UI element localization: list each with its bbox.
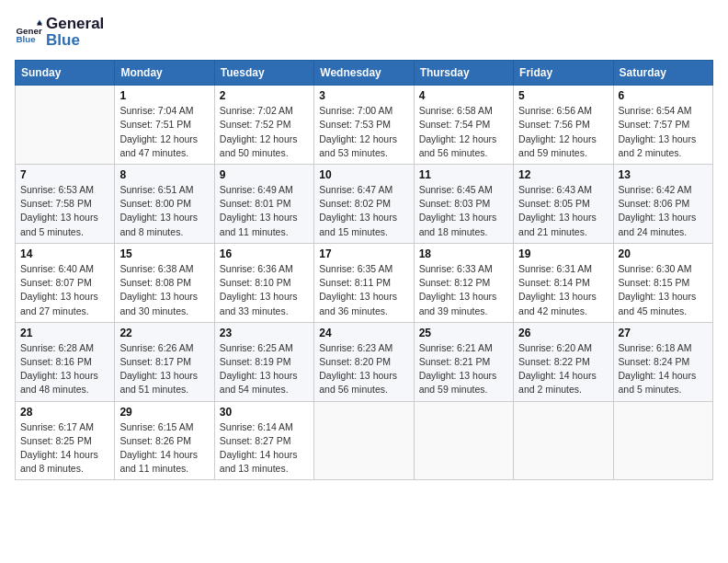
calendar-cell: 7Sunrise: 6:53 AMSunset: 7:58 PMDaylight… [16,164,115,243]
calendar-cell: 4Sunrise: 6:58 AMSunset: 7:54 PMDaylight… [414,86,513,165]
calendar-cell: 23Sunrise: 6:25 AMSunset: 8:19 PMDayligh… [214,322,313,401]
day-info: Sunrise: 6:47 AMSunset: 8:02 PMDaylight:… [319,183,408,239]
svg-text:Blue: Blue [17,34,37,44]
logo-blue: Blue [46,31,104,50]
day-info: Sunrise: 7:02 AMSunset: 7:52 PMDaylight:… [220,104,309,160]
calendar-cell: 5Sunrise: 6:56 AMSunset: 7:56 PMDaylight… [514,86,613,165]
calendar-cell: 10Sunrise: 6:47 AMSunset: 8:02 PMDayligh… [314,164,414,243]
day-info: Sunrise: 6:45 AMSunset: 8:03 PMDaylight:… [419,183,508,239]
calendar-cell: 3Sunrise: 7:00 AMSunset: 7:53 PMDaylight… [314,86,414,165]
calendar-cell [16,86,115,165]
day-number: 6 [619,89,708,102]
day-number: 4 [419,89,508,102]
calendar-cell [514,401,613,480]
weekday-header: Friday [514,61,613,86]
day-number: 7 [20,168,109,181]
day-number: 29 [119,406,209,419]
logo-icon: General Blue [15,18,42,46]
day-number: 10 [319,168,408,181]
calendar-cell: 17Sunrise: 6:35 AMSunset: 8:11 PMDayligh… [314,243,414,322]
day-number: 15 [119,247,209,260]
calendar-cell: 8Sunrise: 6:51 AMSunset: 8:00 PMDaylight… [115,164,214,243]
day-info: Sunrise: 6:17 AMSunset: 8:25 PMDaylight:… [20,420,109,477]
day-info: Sunrise: 6:23 AMSunset: 8:20 PMDaylight:… [319,341,408,397]
day-info: Sunrise: 6:18 AMSunset: 8:24 PMDaylight:… [619,341,708,397]
weekday-header: Tuesday [214,61,313,86]
day-number: 16 [220,247,309,260]
calendar-cell: 18Sunrise: 6:33 AMSunset: 8:12 PMDayligh… [414,243,513,322]
day-info: Sunrise: 6:53 AMSunset: 7:58 PMDaylight:… [20,183,109,239]
day-number: 21 [20,327,109,339]
day-number: 3 [319,89,408,102]
weekday-header: Thursday [414,61,513,86]
calendar-cell: 27Sunrise: 6:18 AMSunset: 8:24 PMDayligh… [613,322,712,401]
calendar-cell: 2Sunrise: 7:02 AMSunset: 7:52 PMDaylight… [214,86,313,165]
day-info: Sunrise: 6:42 AMSunset: 8:06 PMDaylight:… [619,183,708,239]
day-info: Sunrise: 6:30 AMSunset: 8:15 PMDaylight:… [619,262,708,318]
calendar-week-row: 28Sunrise: 6:17 AMSunset: 8:25 PMDayligh… [16,401,713,480]
day-number: 25 [419,327,508,339]
day-info: Sunrise: 6:26 AMSunset: 8:17 PMDaylight:… [119,341,209,397]
day-info: Sunrise: 6:21 AMSunset: 8:21 PMDaylight:… [419,341,508,397]
day-info: Sunrise: 6:58 AMSunset: 7:54 PMDaylight:… [419,104,508,160]
calendar-week-row: 1Sunrise: 7:04 AMSunset: 7:51 PMDaylight… [16,86,713,165]
calendar-week-row: 7Sunrise: 6:53 AMSunset: 7:58 PMDaylight… [16,164,713,243]
day-number: 1 [119,89,209,102]
day-number: 23 [220,327,309,339]
day-number: 19 [518,247,608,260]
calendar-cell [314,401,414,480]
calendar-cell [414,401,513,480]
day-number: 9 [220,168,309,181]
calendar-cell: 22Sunrise: 6:26 AMSunset: 8:17 PMDayligh… [115,322,214,401]
calendar-cell: 15Sunrise: 6:38 AMSunset: 8:08 PMDayligh… [115,243,214,322]
day-number: 28 [20,406,109,419]
day-number: 24 [319,327,408,339]
day-number: 17 [319,247,408,260]
calendar-week-row: 14Sunrise: 6:40 AMSunset: 8:07 PMDayligh… [16,243,713,322]
day-info: Sunrise: 6:56 AMSunset: 7:56 PMDaylight:… [518,104,608,160]
day-number: 13 [619,168,708,181]
day-info: Sunrise: 6:28 AMSunset: 8:16 PMDaylight:… [20,341,109,397]
day-number: 20 [619,247,708,260]
calendar-cell: 1Sunrise: 7:04 AMSunset: 7:51 PMDaylight… [115,86,214,165]
day-number: 27 [619,327,708,339]
day-number: 2 [220,89,309,102]
day-info: Sunrise: 6:31 AMSunset: 8:14 PMDaylight:… [518,262,608,318]
calendar-cell: 30Sunrise: 6:14 AMSunset: 8:27 PMDayligh… [214,401,313,480]
calendar-cell: 28Sunrise: 6:17 AMSunset: 8:25 PMDayligh… [16,401,115,480]
weekday-header: Wednesday [314,61,414,86]
calendar-cell: 11Sunrise: 6:45 AMSunset: 8:03 PMDayligh… [414,164,513,243]
day-info: Sunrise: 6:33 AMSunset: 8:12 PMDaylight:… [419,262,508,318]
day-info: Sunrise: 6:51 AMSunset: 8:00 PMDaylight:… [119,183,209,239]
calendar-cell: 21Sunrise: 6:28 AMSunset: 8:16 PMDayligh… [16,322,115,401]
day-number: 11 [419,168,508,181]
calendar-cell: 13Sunrise: 6:42 AMSunset: 8:06 PMDayligh… [613,164,712,243]
calendar-week-row: 21Sunrise: 6:28 AMSunset: 8:16 PMDayligh… [16,322,713,401]
calendar-cell: 20Sunrise: 6:30 AMSunset: 8:15 PMDayligh… [613,243,712,322]
day-number: 18 [419,247,508,260]
page-header: General Blue General Blue [15,15,713,49]
day-info: Sunrise: 6:38 AMSunset: 8:08 PMDaylight:… [119,262,209,318]
weekday-header: Saturday [613,61,712,86]
calendar-cell: 16Sunrise: 6:36 AMSunset: 8:10 PMDayligh… [214,243,313,322]
calendar-cell: 24Sunrise: 6:23 AMSunset: 8:20 PMDayligh… [314,322,414,401]
day-info: Sunrise: 7:00 AMSunset: 7:53 PMDaylight:… [319,104,408,160]
day-info: Sunrise: 6:36 AMSunset: 8:10 PMDaylight:… [220,262,309,318]
calendar-cell: 6Sunrise: 6:54 AMSunset: 7:57 PMDaylight… [613,86,712,165]
day-info: Sunrise: 6:14 AMSunset: 8:27 PMDaylight:… [220,420,309,477]
day-info: Sunrise: 6:20 AMSunset: 8:22 PMDaylight:… [518,341,608,397]
calendar-cell: 29Sunrise: 6:15 AMSunset: 8:26 PMDayligh… [115,401,214,480]
day-number: 8 [119,168,209,181]
calendar-cell: 9Sunrise: 6:49 AMSunset: 8:01 PMDaylight… [214,164,313,243]
day-info: Sunrise: 6:49 AMSunset: 8:01 PMDaylight:… [220,183,309,239]
day-info: Sunrise: 7:04 AMSunset: 7:51 PMDaylight:… [119,104,209,160]
day-number: 30 [220,406,309,419]
day-info: Sunrise: 6:43 AMSunset: 8:05 PMDaylight:… [518,183,608,239]
day-number: 14 [20,247,109,260]
calendar-cell: 12Sunrise: 6:43 AMSunset: 8:05 PMDayligh… [514,164,613,243]
calendar-cell [613,401,712,480]
day-info: Sunrise: 6:35 AMSunset: 8:11 PMDaylight:… [319,262,408,318]
day-info: Sunrise: 6:25 AMSunset: 8:19 PMDaylight:… [220,341,309,397]
day-info: Sunrise: 6:40 AMSunset: 8:07 PMDaylight:… [20,262,109,318]
calendar-cell: 19Sunrise: 6:31 AMSunset: 8:14 PMDayligh… [514,243,613,322]
